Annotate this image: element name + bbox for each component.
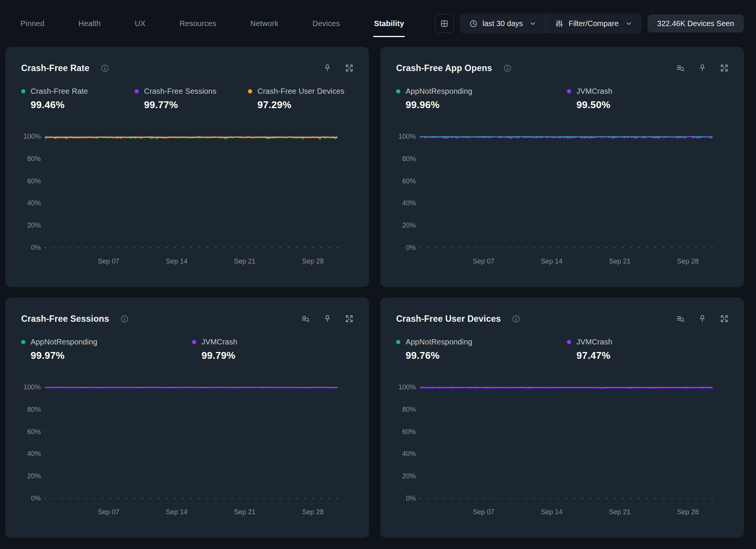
- legend-label: AppNotResponding: [406, 338, 472, 346]
- tab-pinned[interactable]: Pinned: [20, 16, 45, 32]
- expand-icon[interactable]: [345, 314, 354, 323]
- legend-label: Crash-Free Rate: [31, 87, 88, 96]
- x-axis-label: Sep 28: [302, 508, 324, 516]
- pin-icon[interactable]: [698, 64, 707, 73]
- panel-actions: [676, 314, 729, 323]
- legend-dot: [135, 89, 139, 93]
- y-axis-label: 0%: [406, 244, 416, 251]
- chart-legend: AppNotResponding99.97%JVMCrash99.79%: [5, 338, 369, 361]
- chart-legend: Crash-Free Rate99.46%Crash-Free Sessions…: [5, 87, 369, 111]
- legend-label: JVMCrash: [576, 87, 612, 96]
- grid-layout-button[interactable]: [435, 14, 454, 33]
- panel-actions: [301, 314, 354, 323]
- filter-compare-dropdown[interactable]: Filter/Compare: [546, 14, 641, 33]
- y-axis-label: 20%: [402, 472, 416, 480]
- legend-item[interactable]: JVMCrash99.50%: [567, 87, 738, 111]
- legend-value: 99.79%: [201, 350, 363, 361]
- list-search-icon[interactable]: [301, 314, 310, 323]
- x-axis-label: Sep 07: [98, 257, 119, 265]
- chart-panel: Crash-Free App OpensAppNotResponding99.9…: [380, 47, 744, 287]
- pin-icon[interactable]: [698, 314, 707, 323]
- legend-dot: [21, 340, 25, 344]
- legend-item[interactable]: Crash-Free User Devices97.29%: [248, 87, 361, 111]
- y-axis-label: 60%: [27, 428, 41, 436]
- y-axis-label: 80%: [27, 406, 41, 413]
- tab-ux[interactable]: UX: [134, 16, 146, 32]
- legend-value: 99.97%: [31, 350, 192, 361]
- header-controls: last 30 days Filter/Compare 322.46K Devi…: [435, 14, 744, 33]
- y-axis-label: 40%: [402, 450, 416, 458]
- y-axis-label: 20%: [27, 472, 41, 480]
- tab-resources[interactable]: Resources: [179, 16, 217, 32]
- pin-icon[interactable]: [323, 314, 332, 323]
- legend-value: 99.46%: [31, 99, 135, 111]
- expand-icon[interactable]: [345, 64, 354, 73]
- x-axis-label: Sep 21: [609, 508, 631, 516]
- legend-dot: [396, 89, 400, 93]
- time-range-dropdown[interactable]: last 30 days: [460, 14, 546, 33]
- time-range-label: last 30 days: [483, 19, 523, 28]
- y-axis-label: 100%: [398, 133, 416, 140]
- chart-canvas[interactable]: 100%80%60%40%20%0%Sep 07Sep 14Sep 21Sep …: [5, 377, 369, 530]
- series-line-crash-free-user-devices: [45, 137, 337, 138]
- panel-title: Crash-Free Rate: [21, 63, 90, 73]
- chevron-down-icon: [625, 20, 632, 27]
- expand-icon[interactable]: [720, 314, 729, 323]
- info-icon[interactable]: [101, 64, 109, 72]
- legend-label: Crash-Free Sessions: [144, 87, 217, 96]
- pin-icon[interactable]: [323, 64, 332, 73]
- y-axis-label: 20%: [402, 222, 416, 229]
- legend-value: 97.29%: [257, 99, 361, 111]
- legend-value: 99.77%: [144, 99, 248, 111]
- y-axis-label: 40%: [402, 199, 416, 207]
- legend-item[interactable]: AppNotResponding99.96%: [396, 87, 567, 111]
- tab-devices[interactable]: Devices: [312, 16, 341, 32]
- list-search-icon[interactable]: [676, 64, 685, 73]
- x-axis-label: Sep 21: [234, 508, 256, 516]
- y-axis-label: 100%: [23, 133, 41, 140]
- list-search-icon[interactable]: [676, 314, 685, 323]
- series-line-jvmcrash: [45, 387, 337, 388]
- x-axis-label: Sep 07: [473, 257, 494, 265]
- series-line-jvmcrash: [420, 388, 712, 388]
- chart-canvas[interactable]: 100%80%60%40%20%0%Sep 07Sep 14Sep 21Sep …: [5, 126, 369, 279]
- y-axis-label: 80%: [402, 406, 416, 413]
- legend-dot: [567, 340, 571, 344]
- legend-label: JVMCrash: [201, 338, 237, 346]
- x-axis-label: Sep 28: [302, 257, 324, 265]
- grid-layout-icon: [440, 19, 449, 28]
- legend-item[interactable]: Crash-Free Rate99.46%: [21, 87, 135, 111]
- y-axis-label: 0%: [31, 244, 41, 251]
- legend-item[interactable]: AppNotResponding99.97%: [21, 338, 192, 361]
- y-axis-label: 20%: [27, 222, 41, 229]
- legend-item[interactable]: AppNotResponding99.76%: [396, 338, 567, 361]
- chart-canvas[interactable]: 100%80%60%40%20%0%Sep 07Sep 14Sep 21Sep …: [380, 126, 744, 279]
- legend-item[interactable]: JVMCrash99.79%: [192, 338, 363, 361]
- legend-label: AppNotResponding: [406, 87, 472, 96]
- tab-health[interactable]: Health: [77, 16, 101, 32]
- x-axis-label: Sep 07: [98, 508, 119, 516]
- info-icon[interactable]: [503, 64, 511, 72]
- chart-panel: Crash-Free RateCrash-Free Rate99.46%Cras…: [5, 47, 369, 287]
- y-axis-label: 60%: [402, 177, 416, 185]
- legend-value: 97.47%: [576, 350, 738, 361]
- panel-actions: [323, 64, 354, 73]
- info-icon[interactable]: [512, 315, 520, 323]
- y-axis-label: 100%: [23, 383, 41, 391]
- tab-network[interactable]: Network: [249, 16, 279, 32]
- devices-seen-badge[interactable]: 322.46K Devices Seen: [648, 14, 744, 33]
- expand-icon[interactable]: [720, 64, 729, 73]
- legend-item[interactable]: JVMCrash97.47%: [567, 338, 738, 361]
- tab-stability[interactable]: Stability: [373, 16, 405, 32]
- x-axis-label: Sep 14: [166, 257, 187, 265]
- x-axis-label: Sep 28: [677, 508, 699, 516]
- y-axis-label: 60%: [402, 428, 416, 436]
- info-icon[interactable]: [121, 315, 129, 323]
- series-line-jvmcrash: [420, 137, 712, 138]
- legend-item[interactable]: Crash-Free Sessions99.77%: [135, 87, 248, 111]
- sliders-icon: [555, 19, 564, 28]
- legend-label: AppNotResponding: [31, 338, 98, 346]
- chart-panel: Crash-Free SessionsAppNotResponding99.97…: [5, 298, 369, 538]
- x-axis-label: Sep 07: [473, 508, 494, 516]
- chart-canvas[interactable]: 100%80%60%40%20%0%Sep 07Sep 14Sep 21Sep …: [380, 377, 744, 530]
